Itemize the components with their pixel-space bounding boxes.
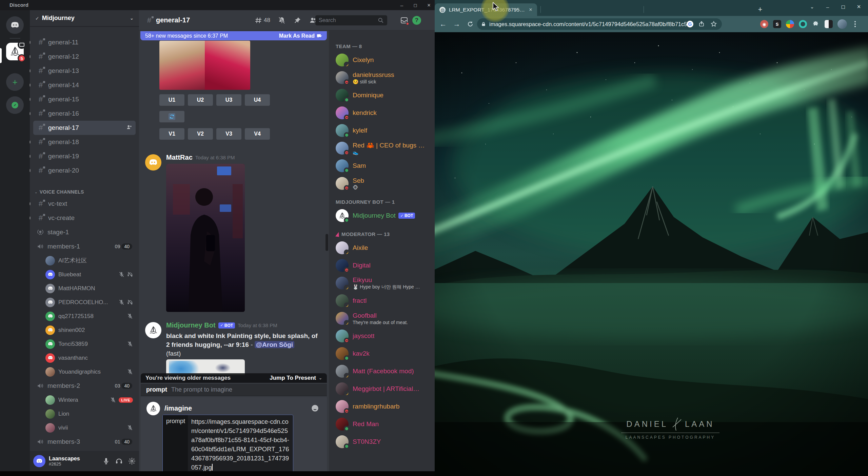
channel-item[interactable]: general-17: [33, 121, 136, 135]
variation-button[interactable]: V3: [216, 128, 241, 140]
bookmark-star-icon[interactable]: [710, 20, 718, 28]
voice-member[interactable]: qq271725158: [30, 309, 139, 323]
server-header[interactable]: ✓ Midjourney ⌄: [30, 10, 139, 26]
member-row[interactable]: Sam: [334, 157, 432, 175]
member-row[interactable]: jayscott: [334, 327, 432, 345]
chat-scrollbar-thumb[interactable]: [326, 234, 328, 251]
channel-stage-1[interactable]: stage-1: [33, 225, 136, 239]
avatar[interactable]: [145, 322, 161, 338]
member-row[interactable]: Midjourney BotBOT: [334, 207, 432, 224]
variation-button[interactable]: V1: [159, 128, 184, 140]
channel-item[interactable]: general-19: [33, 149, 136, 163]
member-row[interactable]: Meggirbot | ARTificial…: [334, 380, 432, 398]
channel-item[interactable]: general-12: [33, 49, 136, 64]
settings-gear-icon[interactable]: [128, 457, 136, 465]
maximize-button[interactable]: [412, 2, 418, 8]
search-input[interactable]: [319, 17, 373, 23]
discord-home-button[interactable]: [6, 16, 24, 34]
voice-channel-members-1[interactable]: members-1 0940: [33, 239, 136, 254]
share-icon[interactable]: [697, 20, 706, 28]
inbox-button[interactable]: [400, 16, 408, 24]
reload-button[interactable]: [465, 19, 475, 29]
upscale-button[interactable]: U1: [159, 94, 184, 106]
reroll-button[interactable]: [159, 111, 184, 122]
member-row[interactable]: Goofball They're made out of meat.: [334, 310, 432, 327]
member-row[interactable]: ramblingrhubarb: [334, 398, 432, 415]
midjourney-grid-image[interactable]: [159, 41, 250, 90]
voice-member[interactable]: Bluebeat: [30, 267, 139, 281]
generated-image-preview[interactable]: [166, 359, 245, 375]
maximize-button[interactable]: ◻: [835, 4, 851, 10]
member-row[interactable]: Aixile: [334, 239, 432, 257]
member-row[interactable]: ST0N3ZY: [334, 433, 432, 451]
notifications-muted-icon[interactable]: [278, 16, 286, 24]
channel-vc-create[interactable]: vc-create: [33, 211, 136, 225]
explore-servers-button[interactable]: [6, 96, 24, 114]
channel-item[interactable]: general-15: [33, 92, 136, 106]
voice-member[interactable]: Youandigraphics: [30, 365, 139, 379]
member-row[interactable]: kendrick: [334, 104, 432, 122]
channel-vc-text[interactable]: vc-text: [33, 197, 136, 211]
new-messages-banner[interactable]: 58+ new messages since 6:37 PM Mark As R…: [140, 31, 327, 40]
close-button[interactable]: [426, 2, 432, 8]
user-mention[interactable]: @Aron Sōgi: [255, 341, 294, 348]
extension-icon-teal[interactable]: [799, 20, 807, 28]
voice-member[interactable]: Lion: [30, 407, 139, 421]
tab-search-chevron-icon[interactable]: ⌄: [804, 4, 820, 10]
channel-item[interactable]: general-20: [33, 163, 136, 178]
profile-avatar[interactable]: [837, 19, 847, 29]
message-author[interactable]: MattRac: [166, 154, 193, 161]
add-server-button[interactable]: [6, 73, 24, 91]
command-option-input[interactable]: prompt https://images.squarespace-cdn.co…: [162, 415, 293, 471]
member-row[interactable]: kav2k: [334, 345, 432, 362]
command-autocomplete-row[interactable]: prompt The prompt to imagine: [141, 384, 327, 396]
member-row[interactable]: Dominique: [334, 86, 432, 104]
invite-members-icon[interactable]: [126, 124, 132, 132]
headphones-icon[interactable]: [115, 457, 123, 465]
member-row[interactable]: Digital: [334, 257, 432, 274]
emoji-picker-icon[interactable]: [311, 404, 319, 413]
channel-item[interactable]: general-14: [33, 78, 136, 92]
jump-to-present-button[interactable]: Jump To Present ⌄: [270, 375, 322, 381]
search-box[interactable]: [315, 15, 387, 25]
voice-channel-members-2[interactable]: members-2 0340: [33, 379, 136, 393]
upscale-button[interactable]: U2: [188, 94, 213, 106]
voice-member[interactable]: vivii: [30, 421, 139, 435]
midjourney-server-button[interactable]: 5: [6, 43, 24, 60]
voice-member[interactable]: PEDROCOELHO...: [30, 295, 139, 309]
help-button[interactable]: [412, 16, 421, 25]
message-author[interactable]: Midjourney Bot: [166, 321, 216, 329]
option-value[interactable]: https://images.squarespace-cdn.com/conte…: [188, 415, 293, 471]
voice-member[interactable]: Tonci53859: [30, 337, 139, 351]
member-row[interactable]: Eikyuu 🐰 Hype boy 너만 원해 Hype …: [334, 274, 432, 292]
member-row[interactable]: danielrussruss 🤒 still sick: [334, 69, 432, 86]
attached-photo[interactable]: [166, 164, 245, 312]
tab-close-icon[interactable]: [528, 7, 534, 13]
member-row[interactable]: kylelf: [334, 122, 432, 139]
voice-member[interactable]: vasanthanc: [30, 351, 139, 365]
voice-member[interactable]: MattHARMON: [30, 281, 139, 295]
member-row[interactable]: Cixelyn: [334, 51, 432, 69]
new-tab-button[interactable]: [755, 5, 765, 14]
voice-channels-header[interactable]: ⌄ VOICE CHANNELS: [35, 189, 134, 195]
url-text[interactable]: images.squarespace-cdn.com/content/v1/5c…: [489, 21, 687, 27]
channel-item[interactable]: general-13: [33, 64, 136, 78]
member-row[interactable]: Seb 🐵: [334, 175, 432, 192]
address-bar[interactable]: images.squarespace-cdn.com/content/v1/5c…: [477, 18, 722, 30]
member-row[interactable]: fractl: [334, 292, 432, 310]
voice-member[interactable]: AI艺术社区: [30, 254, 139, 267]
back-button[interactable]: ←: [438, 19, 448, 29]
extension-icon-s[interactable]: S: [773, 20, 781, 28]
extension-icon-color[interactable]: [786, 20, 794, 28]
member-row[interactable]: Red 🦀 | CEO of bugs … 👟: [334, 139, 432, 157]
voice-channel-members-3[interactable]: members-3 0140: [33, 435, 136, 449]
mic-icon[interactable]: [102, 457, 110, 465]
channel-item[interactable]: general-11: [33, 35, 136, 49]
member-row[interactable]: Matt (Facebook mod): [334, 362, 432, 380]
variation-button[interactable]: V2: [188, 128, 213, 140]
mark-as-read-button[interactable]: Mark As Read: [279, 33, 322, 39]
upscale-button[interactable]: U3: [216, 94, 241, 106]
upscale-button[interactable]: U4: [245, 94, 270, 106]
channel-item[interactable]: general-16: [33, 106, 136, 121]
extension-icon-red[interactable]: ◉: [760, 20, 768, 28]
